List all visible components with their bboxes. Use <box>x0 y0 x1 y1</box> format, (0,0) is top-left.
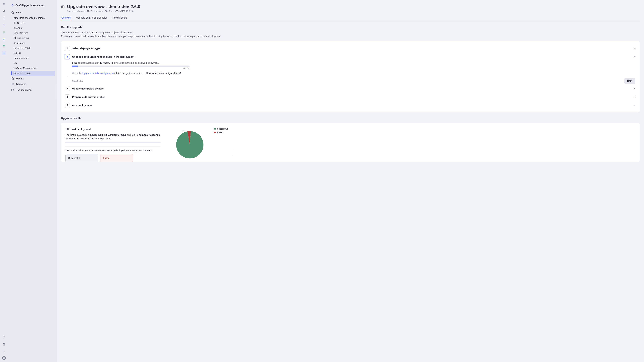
chevron-left-icon <box>634 47 636 49</box>
tab-bar: OverviewUpgrade details: configurationRe… <box>61 15 640 21</box>
last-deployment-header: Last deployment <box>66 127 160 131</box>
nav-home[interactable]: Home <box>9 10 55 15</box>
sidebar-env-item[interactable]: onPrem-Environment <box>12 66 55 71</box>
chart-icon[interactable] <box>2 349 6 353</box>
svg-point-0 <box>3 10 4 11</box>
deploy-summary: 123 configurations out of 128 were succe… <box>66 149 160 152</box>
sidebar-env-item[interactable]: kk-sua-testing <box>12 35 55 40</box>
nav-documentation[interactable]: Documentation <box>9 87 55 93</box>
upgrade-icon[interactable] <box>2 51 6 55</box>
step-links: Go to the Upgrade details: configuration… <box>72 72 636 75</box>
svg-point-13 <box>3 343 5 345</box>
chevron-left-icon <box>634 104 636 106</box>
steps-card: 1 Select deployment type 2 Choose config… <box>61 41 640 112</box>
step-title: Select deployment type <box>72 47 634 50</box>
nav-label: Home <box>16 11 22 14</box>
svg-point-4 <box>3 18 3 18</box>
svg-point-3 <box>5 17 5 17</box>
sidebar-env-item[interactable]: prtest2 <box>12 51 55 56</box>
svg-rect-11 <box>3 32 5 33</box>
step-3[interactable]: 3 Update dashboard owners <box>65 84 636 93</box>
last-run-count: It included 128 out of 117728 configurat… <box>66 137 160 140</box>
tab[interactable]: Overview <box>61 15 72 21</box>
target-icon[interactable] <box>2 342 6 346</box>
avatar[interactable]: M <box>2 356 6 360</box>
results-heading: Upgrade results <box>61 117 640 120</box>
howto-link[interactable]: How to include configurations? <box>146 72 181 75</box>
tab[interactable]: Review errors <box>112 15 127 21</box>
nav-settings[interactable]: Settings <box>9 76 55 81</box>
deploy-progress <box>66 142 160 143</box>
sidebar-env-item[interactable]: cmc-machines <box>12 56 55 61</box>
environment-list: small test of config propertiesLGUPLUSde… <box>12 15 55 76</box>
legend-successful: Successful <box>214 128 228 130</box>
sidebar-env-item[interactable]: nice little test <box>12 30 55 35</box>
tab[interactable]: Upgrade details: configuration <box>76 15 108 21</box>
step-number: 3 <box>65 86 70 91</box>
result-pie: 4% <box>170 131 209 159</box>
sidebar-env-item[interactable]: Production <box>12 40 55 45</box>
pie-legend: Successful Failed <box>214 128 228 134</box>
step-number: 2 <box>65 54 70 59</box>
nav-label: Documentation <box>16 89 32 91</box>
sidebar-env-item[interactable]: demo-dev-2.6.0 <box>12 71 55 76</box>
page-subtitle: Source environment UUID: demodev-174e-11… <box>67 10 140 12</box>
chevron-left-icon <box>634 96 636 98</box>
legend-failed: Failed <box>214 131 228 134</box>
svg-rect-10 <box>3 31 5 32</box>
svg-rect-19 <box>62 6 64 8</box>
step-2-body: 5485 configurations out of 117728 will b… <box>67 61 636 77</box>
pie-slice-label: 4% <box>182 130 186 132</box>
sidebar: SaaS Upgrade Assistant Home small test o… <box>8 0 57 362</box>
nav-advanced[interactable]: Advanced <box>9 81 55 87</box>
progress-caption: 117728 <box>72 67 190 70</box>
grid-icon[interactable] <box>2 16 6 20</box>
step-title: Run deployment <box>72 104 634 107</box>
step-title: Update dashboard owners <box>72 87 634 90</box>
step-5[interactable]: 5 Run deployment <box>65 101 636 109</box>
nav-label: Advanced <box>16 83 26 86</box>
step-4[interactable]: 4 Prepare authorization token <box>65 93 636 101</box>
layout-icon[interactable] <box>2 37 6 41</box>
sidebar-env-item[interactable]: small test of config properties <box>12 15 55 20</box>
svg-point-1 <box>3 17 3 17</box>
panel-collapse-icon[interactable] <box>61 5 65 9</box>
svg-point-9 <box>5 19 5 19</box>
sidebar-env-item[interactable]: demo-dev-2.6.0 <box>12 45 55 51</box>
svg-point-7 <box>3 19 3 19</box>
run-explain: Running an upgrade will deploy the confi… <box>61 34 640 38</box>
svg-point-15 <box>12 78 13 79</box>
app-title-text: SaaS Upgrade Assistant <box>16 4 44 6</box>
hexagon-icon[interactable] <box>2 44 6 48</box>
nav-label: Settings <box>16 77 24 80</box>
step-1[interactable]: 1 Select deployment type <box>65 44 636 52</box>
run-heading: Run the upgrade <box>61 26 640 29</box>
sidebar-env-item[interactable]: LGUPLUS <box>12 20 55 25</box>
step-number: 1 <box>65 46 70 51</box>
page-title: Upgrade overview - demo-dev-2.6.0 <box>67 4 140 9</box>
sidebar-env-item[interactable]: abi <box>12 61 55 66</box>
next-button[interactable]: Next <box>624 78 635 84</box>
step-2[interactable]: 2 Choose configurations to include in th… <box>65 52 636 61</box>
server-icon[interactable] <box>2 30 6 34</box>
brand-icon[interactable] <box>2 2 6 6</box>
failed-card[interactable]: Failed <box>100 154 133 162</box>
sidebar-env-item[interactable]: deve2e <box>12 25 55 30</box>
svg-point-5 <box>4 18 4 18</box>
upgrade-details-link[interactable]: Upgrade details: configuration <box>82 72 114 75</box>
scrollbar[interactable] <box>56 84 56 99</box>
cube-icon[interactable] <box>2 23 6 27</box>
successful-card[interactable]: Successful <box>66 154 98 162</box>
icon-rail: M <box>0 0 8 362</box>
svg-rect-12 <box>3 38 5 40</box>
deployment-icon <box>66 127 69 131</box>
external-link-icon <box>11 88 14 91</box>
upgrade-icon <box>11 3 14 7</box>
search-icon[interactable] <box>2 9 6 13</box>
main-content: Upgrade overview - demo-dev-2.6.0 Source… <box>57 0 644 362</box>
svg-point-6 <box>5 18 5 18</box>
expand-icon[interactable] <box>2 335 6 339</box>
step-counter: Step 2 of 5 <box>72 80 83 82</box>
step-number: 5 <box>65 103 70 108</box>
last-run-time: The last run started on Jun 28 2024, 13:… <box>66 134 160 136</box>
